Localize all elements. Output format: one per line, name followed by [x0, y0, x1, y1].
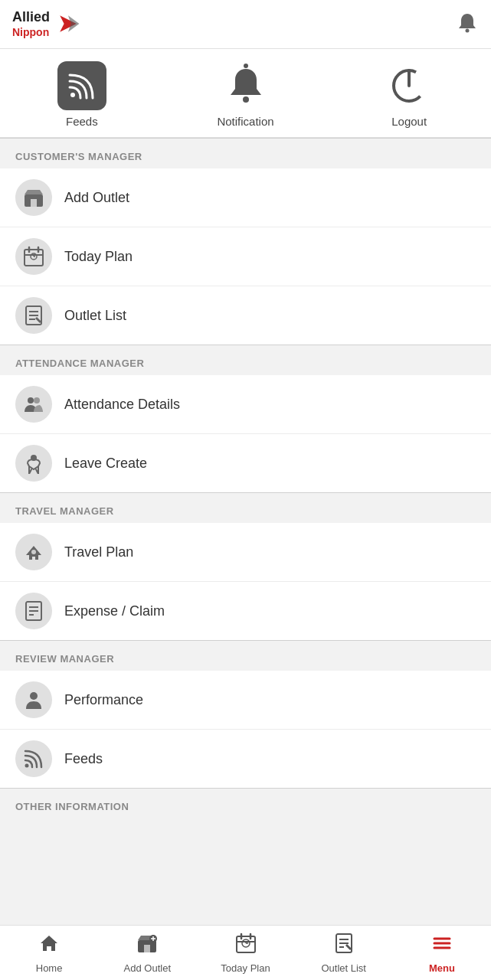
- performance-icon: [15, 681, 52, 718]
- section-header-review-manager: REVIEW MANAGER: [0, 641, 491, 671]
- section-other-information: OTHER INFORMATION: [0, 789, 491, 818]
- bottom-navigation: Home Add Outlet: [0, 925, 491, 980]
- travel-plan-icon: [15, 534, 52, 570]
- menu-nav-icon: [431, 933, 453, 959]
- outlet-list-label: Outlet List: [64, 308, 126, 324]
- svg-point-31: [30, 692, 38, 700]
- menu-item-today-plan[interactable]: Today Plan: [0, 227, 491, 286]
- section-header-other-information: OTHER INFORMATION: [0, 789, 491, 818]
- expense-claim-icon: [15, 593, 52, 629]
- menu-item-travel-plan[interactable]: Travel Plan: [0, 523, 491, 582]
- outlet-list-nav-label: Outlet List: [321, 962, 366, 974]
- performance-label: Performance: [64, 692, 143, 708]
- feeds-review-label: Feeds: [64, 751, 103, 767]
- outlet-list-nav-icon: [333, 933, 355, 959]
- logo-text: Allied Nippon: [12, 9, 50, 38]
- feeds-icon-box: [57, 61, 106, 110]
- menu-group-travel-manager: Travel Plan Expense / Claim: [0, 523, 491, 640]
- quick-actions-bar: Feeds Notification Logout: [0, 49, 491, 138]
- attendance-details-label: Attendance Details: [64, 397, 180, 413]
- svg-point-26: [31, 550, 36, 554]
- svg-point-21: [28, 397, 34, 403]
- notification-icon-box: [221, 61, 270, 110]
- header-bell-icon[interactable]: [456, 11, 479, 38]
- menu-item-outlet-list[interactable]: Outlet List: [0, 286, 491, 345]
- section-header-customers-manager: CUSTOMER'S MANAGER: [0, 139, 491, 168]
- menu-group-review-manager: Performance Feeds: [0, 671, 491, 788]
- nav-item-add-outlet[interactable]: Add Outlet: [98, 926, 196, 980]
- today-plan-icon: [15, 238, 52, 275]
- menu-item-expense-claim[interactable]: Expense / Claim: [0, 582, 491, 640]
- section-attendance-manager: ATTENDANCE MANAGER Attendance Details: [0, 345, 491, 492]
- logo-arrow-icon: [54, 10, 82, 38]
- svg-point-3: [70, 93, 75, 97]
- nav-item-menu[interactable]: Menu: [393, 926, 491, 980]
- expense-claim-label: Expense / Claim: [64, 603, 165, 619]
- today-plan-label: Today Plan: [64, 249, 133, 265]
- svg-rect-38: [237, 936, 255, 952]
- section-header-travel-manager: TRAVEL MANAGER: [0, 493, 491, 523]
- nav-item-today-plan[interactable]: Today Plan: [196, 926, 294, 980]
- menu-item-feeds-review[interactable]: Feeds: [0, 730, 491, 788]
- home-nav-label: Home: [36, 962, 63, 974]
- menu-group-attendance-manager: Attendance Details Leave Create: [0, 375, 491, 492]
- outlet-list-icon: [15, 297, 52, 334]
- bottom-spacer: [0, 818, 491, 880]
- feeds-review-icon: [15, 740, 52, 777]
- logo-allied: Allied: [12, 9, 50, 26]
- svg-rect-10: [25, 250, 43, 266]
- app-header: Allied Nippon: [0, 0, 491, 49]
- home-nav-icon: [38, 933, 60, 959]
- quick-action-feeds[interactable]: Feeds: [0, 61, 164, 128]
- logout-label: Logout: [391, 115, 427, 128]
- nav-item-outlet-list[interactable]: Outlet List: [295, 926, 393, 980]
- svg-point-5: [244, 64, 248, 68]
- menu-item-add-outlet[interactable]: Add Outlet: [0, 168, 491, 227]
- svg-rect-9: [31, 199, 37, 207]
- leave-create-icon: [15, 445, 52, 482]
- add-outlet-icon: [15, 179, 52, 216]
- section-header-attendance-manager: ATTENDANCE MANAGER: [0, 345, 491, 375]
- svg-point-32: [25, 764, 29, 768]
- section-customers-manager: CUSTOMER'S MANAGER Add Outlet: [0, 139, 491, 345]
- notification-label: Notification: [217, 115, 273, 128]
- menu-item-attendance-details[interactable]: Attendance Details: [0, 375, 491, 434]
- today-plan-nav-icon: [235, 933, 257, 959]
- attendance-details-icon: [15, 386, 52, 423]
- menu-item-leave-create[interactable]: Leave Create: [0, 434, 491, 492]
- add-outlet-nav-icon: [136, 933, 158, 959]
- nav-item-home[interactable]: Home: [0, 926, 98, 980]
- section-travel-manager: TRAVEL MANAGER Travel Plan Expense / Cla: [0, 493, 491, 640]
- add-outlet-label: Add Outlet: [64, 190, 129, 206]
- add-outlet-nav-label: Add Outlet: [124, 962, 171, 974]
- svg-point-2: [466, 28, 470, 32]
- section-review-manager: REVIEW MANAGER Performance Feeds: [0, 641, 491, 788]
- feeds-label: Feeds: [66, 115, 98, 128]
- today-plan-nav-label: Today Plan: [221, 962, 270, 974]
- menu-group-customers-manager: Add Outlet Today Plan: [0, 168, 491, 345]
- leave-create-label: Leave Create: [64, 456, 147, 472]
- quick-action-logout[interactable]: Logout: [327, 61, 491, 128]
- svg-point-22: [34, 397, 40, 403]
- menu-nav-label: Menu: [429, 962, 455, 974]
- logout-icon-box: [385, 61, 434, 110]
- svg-rect-34: [144, 945, 150, 952]
- logo: Allied Nippon: [12, 9, 82, 38]
- menu-item-performance[interactable]: Performance: [0, 671, 491, 730]
- svg-point-4: [243, 96, 249, 103]
- travel-plan-label: Travel Plan: [64, 544, 133, 560]
- quick-action-notification[interactable]: Notification: [164, 61, 328, 128]
- logo-nippon: Nippon: [12, 26, 50, 39]
